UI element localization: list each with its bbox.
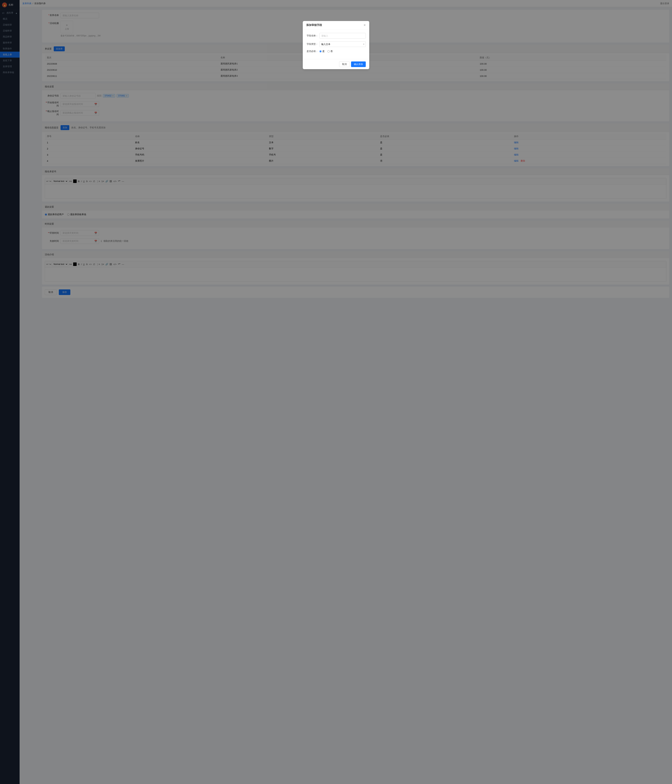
modal-title: 添加审核字段: [306, 23, 322, 27]
modal-field-name-input[interactable]: [320, 33, 366, 39]
modal-field-name-label: 字段名称：: [306, 34, 320, 37]
modal-field-type-label: 字段类型：: [306, 42, 320, 46]
modal-body: 字段名称： 字段类型： 输入文本数字图片手机号文本 ▾ 是否必填： 是: [303, 30, 369, 59]
modal-dialog: 添加审核字段 ✕ 字段名称： 字段类型： 输入文本数字图片手机号文本 ▾ 是否必…: [303, 21, 369, 69]
modal-required-no[interactable]: 否: [327, 50, 333, 53]
modal-required-yes[interactable]: 是: [320, 50, 324, 53]
modal-field-type-select[interactable]: 输入文本数字图片手机号文本: [320, 41, 366, 47]
modal-confirm-btn[interactable]: 确认添加: [351, 61, 366, 67]
modal-header: 添加审核字段 ✕: [303, 21, 369, 30]
modal-cancel-btn[interactable]: 取消: [339, 61, 350, 67]
modal-required-label: 是否必填：: [306, 50, 320, 53]
modal-footer: 取消 确认添加: [303, 59, 369, 69]
modal-close-icon[interactable]: ✕: [363, 23, 366, 27]
modal-overlay[interactable]: 添加审核字段 ✕ 字段名称： 字段类型： 输入文本数字图片手机号文本 ▾ 是否必…: [0, 0, 672, 784]
